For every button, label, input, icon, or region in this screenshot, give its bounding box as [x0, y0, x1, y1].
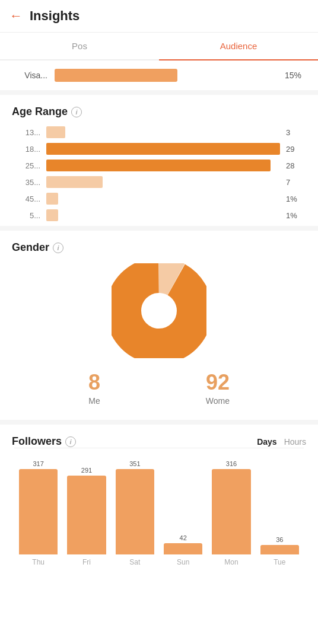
visa-row: Visa... 15% [0, 60, 318, 90]
gender-pie-chart [112, 263, 206, 358]
bar-rect [260, 545, 299, 554]
bar-value-label: 291 [81, 467, 92, 474]
followers-bar-chart: 317 Thu 291 Fri 351 Sat 42 Sun 316 Mon 3… [14, 448, 304, 566]
bar-day-label: Thu [32, 558, 44, 566]
age-bar-wrap [46, 160, 280, 171]
bar-day-label: Tue [274, 558, 285, 566]
age-bar [46, 143, 280, 155]
age-value: 29 [286, 145, 300, 154]
gender-title: Gender [12, 241, 49, 254]
followers-toggle: Days Hours [257, 437, 306, 447]
followers-title: Followers [12, 435, 62, 448]
toggle-days[interactable]: Days [257, 437, 276, 447]
bar-rect [67, 476, 106, 554]
age-bar-row: 25... 28 [18, 160, 300, 171]
toggle-hours[interactable]: Hours [284, 437, 306, 447]
visa-bar-wrap [55, 69, 278, 82]
bar-day-label: Mon [224, 558, 238, 566]
visa-bar [55, 69, 177, 82]
gender-male: 8 Me [88, 370, 100, 406]
age-bar-wrap [46, 143, 280, 155]
followers-section: Followers i Days Hours 317 Thu 291 Fri 3… [0, 425, 318, 576]
age-bar-wrap [46, 126, 280, 138]
male-label: Me [88, 396, 100, 406]
follower-bar-col: 316 Mon [207, 460, 255, 566]
age-bar [46, 209, 58, 221]
pie-chart-container [12, 263, 306, 358]
age-value: 3 [286, 128, 300, 137]
section-divider-3 [0, 420, 318, 425]
age-bar [46, 126, 65, 138]
bar-rect [164, 543, 202, 554]
bar-value-label: 316 [226, 460, 237, 467]
follower-bar-col: 42 Sun [159, 460, 207, 566]
age-range-header: Age Range i [12, 106, 306, 118]
age-bar-wrap [46, 176, 280, 188]
section-divider-2 [0, 226, 318, 231]
gender-section: Gender i 8 Me 92 Wome [0, 231, 318, 420]
age-bar-list: 13... 3 18... 29 25... 28 35... 7 45... [12, 126, 306, 221]
gender-numbers: 8 Me 92 Wome [12, 364, 306, 412]
age-bar-wrap [46, 193, 280, 205]
age-label: 13... [18, 128, 40, 137]
age-range-info-icon[interactable]: i [71, 107, 82, 117]
bar-rect [212, 469, 250, 554]
header: ← Insights [0, 0, 318, 33]
follower-bar-col: 291 Fri [62, 460, 110, 566]
age-label: 18... [18, 145, 40, 154]
visa-percentage: 15% [285, 71, 306, 80]
followers-chart-wrap: 317 Thu 291 Fri 351 Sat 42 Sun 316 Mon 3… [12, 448, 306, 576]
age-label: 5... [18, 211, 40, 220]
follower-bar-col: 317 Thu [14, 460, 62, 566]
age-bar-row: 45... 1% [18, 193, 300, 205]
age-value: 1% [286, 195, 300, 203]
bar-value-label: 317 [33, 460, 43, 467]
age-bar-row: 5... 1% [18, 209, 300, 221]
age-bar-row: 35... 7 [18, 176, 300, 188]
female-label: Wome [206, 396, 230, 406]
bar-day-label: Sat [129, 558, 140, 566]
age-bar [46, 160, 271, 171]
gender-header: Gender i [12, 241, 306, 254]
gender-info-icon[interactable]: i [53, 243, 63, 253]
bar-day-label: Sun [177, 558, 189, 566]
followers-left: Followers i [12, 435, 76, 448]
age-bar [46, 176, 103, 188]
age-label: 45... [18, 195, 40, 203]
bar-rect [19, 469, 58, 554]
age-label: 25... [18, 161, 40, 170]
tab-bar: Pos Audience [0, 33, 318, 60]
age-bar-row: 13... 3 [18, 126, 300, 138]
visa-label: Visa... [12, 71, 47, 80]
followers-info-icon[interactable]: i [65, 436, 76, 447]
back-button[interactable]: ← [9, 8, 23, 24]
gender-female: 92 Wome [206, 370, 230, 406]
follower-bar-col: 351 Sat [111, 460, 159, 566]
page-title: Insights [30, 8, 80, 24]
bar-value-label: 36 [276, 536, 283, 543]
follower-bar-col: 36 Tue [256, 460, 304, 566]
age-value: 28 [286, 161, 300, 170]
bar-rect [116, 469, 154, 554]
tab-audience[interactable]: Audience [159, 33, 318, 59]
age-value: 7 [286, 178, 300, 187]
bar-value-label: 351 [129, 460, 140, 467]
age-label: 35... [18, 178, 40, 187]
tab-pos[interactable]: Pos [0, 33, 159, 59]
age-value: 1% [286, 211, 300, 220]
age-bar-wrap [46, 209, 280, 221]
bar-day-label: Fri [82, 558, 91, 566]
age-bar [46, 193, 58, 205]
section-divider-1 [0, 90, 318, 95]
age-range-title: Age Range [12, 106, 68, 118]
age-bar-row: 18... 29 [18, 143, 300, 155]
age-range-section: Age Range i 13... 3 18... 29 25... 28 35… [0, 95, 318, 226]
female-percentage: 92 [206, 370, 230, 395]
bar-value-label: 42 [180, 534, 187, 541]
male-percentage: 8 [88, 370, 100, 395]
followers-header: Followers i Days Hours [12, 435, 306, 448]
